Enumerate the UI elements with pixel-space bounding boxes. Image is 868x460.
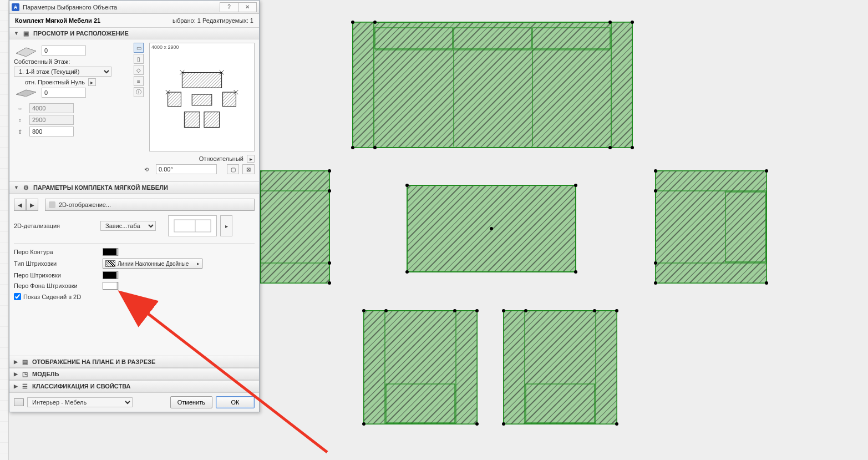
svg-point-25 [490,227,493,230]
own-story-label: Собственный Этаж: [14,58,70,65]
preview-mode-2d[interactable]: ▭ [134,43,144,53]
svg-marker-63 [16,48,36,57]
detail-next-icon[interactable]: ▸ [220,215,232,236]
chevron-down-icon: ▼ [14,31,19,36]
section-preview-header[interactable]: ▼ ▣ ПРОСМОТР И РАСПОЛОЖЕНИЕ [9,27,259,39]
section-model-header[interactable]: ▶ ◳ МОДЕЛЬ [9,368,259,380]
mirror-x-icon[interactable]: ▢ [227,164,239,174]
contour-pen-swatch[interactable] [103,248,118,256]
floorplan-icon: ▤ [21,358,29,366]
relative-arrow-icon[interactable]: ▸ [247,155,255,163]
svg-rect-5 [611,22,632,148]
svg-point-57 [502,309,505,312]
svg-rect-70 [184,112,200,128]
section-params-header[interactable]: ▼ ⚙ ПАРАМЕТРЫ КОМПЛЕКТА МЯГКОЙ МЕБЕЛИ [9,181,259,194]
hatch-type-value: Линии Наклонные Двойные [118,261,189,267]
svg-point-38 [765,169,768,173]
dim-y-input [29,115,74,125]
preview-toolbar: ▭ ▯ ◇ ≡ ⓘ [134,43,144,151]
app-left-edge [0,0,9,460]
page-prev-button[interactable]: ◀ [14,199,26,211]
bg-pen-swatch[interactable] [103,282,118,290]
hatch-pattern-icon [105,260,115,267]
svg-point-30 [328,281,331,285]
chevron-right-icon: ▸ [197,261,200,266]
section-model-title: МОДЕЛЬ [32,371,59,377]
svg-rect-55 [596,311,617,424]
svg-point-49 [362,422,366,426]
params-page-name: 2D-отображение... [59,201,111,208]
svg-rect-45 [456,311,477,424]
section-floorplan-title: ОТОБРАЖЕНИЕ НА ПЛАНЕ И В РАЗРЕЗЕ [32,358,155,365]
svg-point-62 [593,309,596,312]
hatch-type-label: Тип Штриховки [14,260,103,267]
svg-point-16 [373,146,377,149]
object-settings-dialog: A Параметры Выбранного Объекта ? ✕ Компл… [9,0,260,412]
svg-point-41 [654,189,657,193]
ok-button[interactable]: ОК [216,396,255,408]
story-select[interactable]: 1. 1-й этаж (Текущий) [14,67,111,77]
show-seats-input[interactable] [14,293,21,300]
hatch-pen-swatch[interactable] [103,271,118,279]
angle-input[interactable] [156,164,217,174]
link-icon [49,201,55,208]
contour-pen-label: Перо Контура [14,249,103,255]
relative-label: Относительный [199,155,243,162]
z-top-icon [14,44,38,57]
dim-z-input[interactable] [29,127,74,137]
close-button[interactable]: ✕ [238,2,257,12]
svg-point-13 [631,21,634,24]
svg-marker-64 [16,90,36,97]
svg-rect-80 [174,220,211,232]
params-page-link[interactable]: 2D-отображение... [45,199,255,211]
svg-point-29 [328,169,331,173]
z-bottom-input[interactable] [42,88,86,98]
svg-point-18 [373,21,377,24]
svg-point-59 [502,422,505,426]
svg-point-15 [631,146,634,149]
bg-pen-label: Перо Фона Штриховки [14,282,103,289]
svg-point-39 [654,281,657,285]
z-bottom-icon [14,89,38,97]
hatch-type-select[interactable]: Линии Наклонные Двойные ▸ [103,259,202,269]
preview-box[interactable]: 4000 x 2900 [149,43,255,151]
show-seats-label: Показ Сидений в 2D [23,294,81,300]
svg-point-52 [453,309,456,312]
help-button[interactable]: ? [220,2,238,12]
cancel-button[interactable]: Отменить [170,396,212,408]
layer-select[interactable]: Интерьер - Мебель [27,397,133,407]
svg-point-37 [654,169,657,173]
z-top-input[interactable] [42,46,86,55]
svg-point-19 [608,21,612,24]
hatch-pen-label: Перо Штриховки [14,272,103,279]
svg-rect-8 [532,28,610,49]
dialog-title: Параметры Выбранного Объекта [23,4,117,11]
section-floorplan-header[interactable]: ▶ ▤ ОТОБРАЖЕНИЕ НА ПЛАНЕ И В РАЗРЕЗЕ [9,356,259,368]
svg-rect-34 [656,171,767,191]
svg-point-48 [475,309,479,312]
svg-rect-4 [353,22,374,148]
layer-icon[interactable] [14,398,24,406]
svg-point-12 [351,21,354,24]
detail-select[interactable]: Завис...таба [100,221,156,231]
dim-z-icon: ⇧ [14,127,26,137]
preview-mode-front[interactable]: ▯ [134,54,144,64]
svg-point-60 [615,422,618,426]
page-next-button[interactable]: ▶ [26,199,38,211]
preview-mode-list[interactable]: ≡ [134,76,144,86]
svg-rect-27 [261,171,329,191]
class-icon: ☰ [21,382,29,390]
svg-rect-54 [504,311,525,424]
ref-arrow-icon[interactable]: ▸ [88,78,96,86]
svg-rect-66 [182,72,221,88]
chevron-down-icon: ▼ [14,185,19,190]
svg-point-17 [608,146,612,149]
svg-point-40 [765,281,768,285]
section-class-header[interactable]: ▶ ☰ КЛАССИФИКАЦИЯ И СВОЙСТВА [9,380,259,392]
detail-label: 2D-детализация [14,223,97,229]
mirror-y-icon[interactable]: ⊠ [242,164,255,174]
preview-mode-info[interactable]: ⓘ [134,87,144,97]
show-seats-checkbox[interactable]: Показ Сидений в 2D [14,293,255,300]
preview-mode-3d[interactable]: ◇ [134,65,144,75]
dialog-titlebar[interactable]: A Параметры Выбранного Объекта ? ✕ [9,1,259,14]
